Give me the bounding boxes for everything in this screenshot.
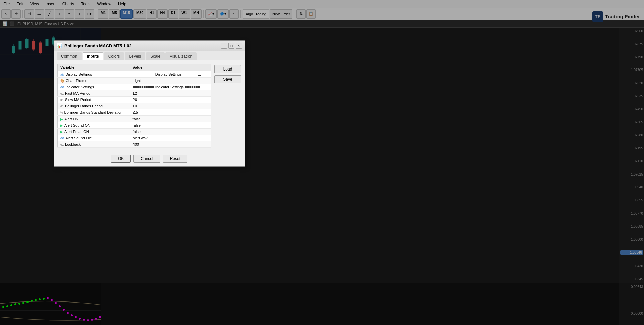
variable-name: Slow MA Period — [65, 98, 91, 102]
icon-01: 01 — [60, 92, 64, 95]
table-row[interactable]: abDisplay Settings========== Display Set… — [58, 71, 211, 78]
table-row[interactable]: abIndicator Settings========== Indicator… — [58, 84, 211, 90]
variable-name: Alert ON — [64, 117, 78, 121]
table-cell-value[interactable]: false — [130, 116, 211, 122]
table-row[interactable]: ▶Alert Email ONfalse — [58, 129, 211, 135]
variable-name: Alert Email ON — [64, 130, 89, 134]
table-cell-variable: abDisplay Settings — [58, 71, 130, 78]
ok-btn[interactable]: OK — [111, 155, 131, 163]
icon-theme: 🎨 — [60, 79, 64, 83]
table-row[interactable]: abAlert Sound Filealert.wav — [58, 135, 211, 141]
table-cell-variable: 01Lookback — [58, 141, 130, 148]
dialog-maximize-btn[interactable]: □ — [228, 43, 234, 49]
load-btn[interactable]: Load — [214, 65, 241, 73]
variable-name: Display Settings — [65, 72, 92, 76]
icon-arr: ▶ — [60, 130, 63, 134]
table-cell-value[interactable]: 2.5 — [130, 109, 211, 116]
dialog: 📊 Bollinger Bands MACD MT5 1.02 − □ × Co… — [54, 40, 245, 167]
dialog-content: Variable Value abDisplay Settings=======… — [54, 60, 245, 151]
table-row[interactable]: 🎨Chart ThemeLight — [58, 78, 211, 84]
dialog-tab-visualization[interactable]: Visualization — [165, 52, 197, 60]
reset-btn[interactable]: Reset — [163, 155, 187, 163]
table-row[interactable]: 01Bollinger Bands Period10 — [58, 103, 211, 109]
table-cell-variable: ½Bollinger Bands Standard Deviation — [58, 109, 130, 116]
table-row[interactable]: ▶Alert ONfalse — [58, 116, 211, 122]
variable-name: Alert Sound ON — [64, 123, 90, 127]
table-cell-variable: ▶Alert Sound ON — [58, 122, 130, 129]
table-cell-variable: 01Slow MA Period — [58, 97, 130, 103]
dialog-controls: − □ × — [221, 43, 242, 49]
dialog-tab-scale[interactable]: Scale — [146, 52, 165, 60]
cancel-btn[interactable]: Cancel — [133, 155, 160, 163]
dialog-tab-inputs[interactable]: Inputs — [83, 52, 103, 60]
variable-name: Fast MA Period — [65, 91, 90, 95]
dialog-title-bar[interactable]: 📊 Bollinger Bands MACD MT5 1.02 − □ × — [54, 41, 245, 51]
icon-frac: ½ — [60, 111, 63, 114]
icon-arr: ▶ — [60, 124, 63, 127]
table-cell-variable: abIndicator Settings — [58, 84, 130, 90]
table-cell-variable: 01Bollinger Bands Period — [58, 103, 130, 109]
col-value: Value — [130, 64, 211, 71]
table-row[interactable]: 01Slow MA Period26 — [58, 97, 211, 103]
table-cell-value[interactable]: ========== Indicator Settings =======... — [130, 84, 211, 90]
dialog-bottom: OK Cancel Reset — [54, 151, 245, 166]
dialog-tab-colors[interactable]: Colors — [104, 52, 124, 60]
table-cell-variable: 01Fast MA Period — [58, 90, 130, 97]
table-cell-value[interactable]: alert.wav — [130, 135, 211, 141]
table-row[interactable]: ▶Alert Sound ONfalse — [58, 122, 211, 129]
dialog-icon: 📊 — [57, 43, 62, 48]
variable-name: Chart Theme — [66, 79, 87, 83]
icon-ab: ab — [60, 136, 64, 140]
icon-ab: ab — [60, 85, 64, 89]
table-cell-variable: 🎨Chart Theme — [58, 78, 130, 84]
table-cell-value[interactable]: 400 — [130, 141, 211, 148]
dialog-close-btn[interactable]: × — [236, 43, 242, 49]
variable-name: Alert Sound File — [65, 136, 92, 140]
inputs-table: Variable Value abDisplay Settings=======… — [57, 64, 211, 148]
table-cell-value[interactable]: 26 — [130, 97, 211, 103]
dialog-tabs: CommonInputsColorsLevelsScaleVisualizati… — [54, 51, 245, 60]
table-cell-value[interactable]: false — [130, 129, 211, 135]
table-cell-value[interactable]: 10 — [130, 103, 211, 109]
icon-arr: ▶ — [60, 117, 63, 121]
col-variable: Variable — [58, 64, 130, 71]
table-cell-value[interactable]: false — [130, 122, 211, 129]
table-cell-value[interactable]: Light — [130, 78, 211, 84]
variable-name: Lookback — [65, 142, 81, 146]
table-cell-value[interactable]: 12 — [130, 90, 211, 97]
save-btn[interactable]: Save — [214, 75, 241, 83]
dialog-tab-levels[interactable]: Levels — [125, 52, 145, 60]
dialog-tab-common[interactable]: Common — [57, 52, 82, 60]
icon-ab: ab — [60, 73, 64, 76]
table-row[interactable]: ½Bollinger Bands Standard Deviation2.5 — [58, 109, 211, 116]
icon-01: 01 — [60, 98, 64, 102]
table-cell-variable: ▶Alert Email ON — [58, 129, 130, 135]
table-row[interactable]: 01Lookback400 — [58, 141, 211, 148]
icon-01: 01 — [60, 143, 64, 146]
icon-01: 01 — [60, 105, 64, 108]
table-cell-variable: abAlert Sound File — [58, 135, 130, 141]
dialog-minimize-btn[interactable]: − — [221, 43, 227, 49]
variable-name: Bollinger Bands Period — [65, 104, 103, 108]
table-cell-variable: ▶Alert ON — [58, 116, 130, 122]
table-cell-value[interactable]: ========== Display Settings =======... — [130, 71, 211, 78]
variable-name: Indicator Settings — [65, 85, 94, 89]
dialog-title: Bollinger Bands MACD MT5 1.02 — [64, 43, 132, 48]
dialog-overlay: 📊 Bollinger Bands MACD MT5 1.02 − □ × Co… — [0, 0, 644, 325]
variable-name: Bollinger Bands Standard Deviation — [64, 110, 123, 114]
table-row[interactable]: 01Fast MA Period12 — [58, 90, 211, 97]
